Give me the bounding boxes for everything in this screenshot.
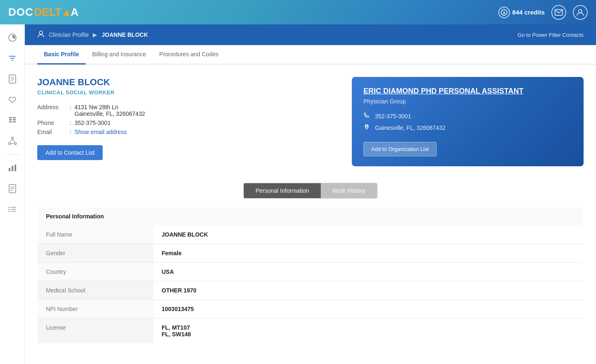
toggle-group: Personal Information Work History	[243, 183, 377, 199]
main-layout: Clinician Profile ▶ JOANNE BLOCK Go to P…	[0, 24, 596, 364]
table-row: Full NameJOANNE BLOCK	[38, 225, 584, 244]
sidebar-item-network[interactable]	[3, 132, 22, 150]
table-cell-value: FL, MT107FL, SW148	[154, 318, 584, 344]
table-cell-label: NPI Number	[38, 300, 154, 318]
phone-value: 352-375-3001	[74, 120, 111, 126]
svg-rect-14	[9, 121, 12, 122]
toggle-personal-info[interactable]: Personal Information	[244, 183, 320, 198]
svg-rect-13	[9, 119, 12, 120]
svg-rect-16	[13, 119, 16, 120]
svg-line-22	[12, 139, 15, 143]
top-header: DOC DELT A $ 844 credits	[0, 0, 596, 24]
address-label: Address	[37, 104, 66, 110]
sidebar-item-filter[interactable]	[3, 49, 22, 67]
org-phone-icon	[363, 112, 372, 120]
phone-label: Phone	[37, 120, 66, 126]
svg-point-18	[11, 137, 13, 139]
org-name[interactable]: ERIC DIAMOND PHD PERSONAL ASSISTANT	[363, 87, 572, 96]
email-value[interactable]: Show email address	[74, 129, 127, 135]
breadcrumb-bar: Clinician Profile ▶ JOANNE BLOCK Go to P…	[25, 24, 596, 45]
org-phone-value: 352-375-3001	[375, 113, 411, 120]
sidebar	[0, 24, 25, 364]
svg-line-21	[10, 139, 12, 143]
table-row: NPI Number1003013475	[38, 300, 584, 318]
table-row: CountryUSA	[38, 263, 584, 281]
power-filter-link[interactable]: Go to Power Filter Contacts	[517, 32, 584, 38]
logo-text: DOC	[8, 6, 34, 19]
table-row: LicenseFL, MT107FL, SW148	[38, 318, 584, 344]
table-cell-value: JOANNE BLOCK	[154, 225, 584, 244]
table-cell-value: OTHER 1970	[154, 281, 584, 300]
address-value: 4131 Nw 28th Ln Gainesville, FL, 3260674…	[74, 104, 145, 117]
personal-info-section: Personal Information Full NameJOANNE BLO…	[25, 207, 596, 356]
svg-rect-24	[9, 168, 10, 171]
email-separator: :	[66, 129, 74, 135]
table-cell-label: Medical School	[38, 281, 154, 300]
table-cell-label: Gender	[38, 244, 154, 263]
breadcrumb-current: JOANNE BLOCK	[101, 31, 148, 38]
add-contact-button[interactable]: Add to Contact List	[37, 145, 103, 160]
logo: DOC DELT A	[8, 6, 79, 19]
sidebar-item-analytics[interactable]	[3, 29, 22, 47]
tab-basic-profile[interactable]: Basic Profile	[37, 45, 86, 65]
org-location-row: Gainesville, FL, 326067432	[363, 124, 572, 132]
email-row: Email : Show email address	[37, 129, 339, 135]
svg-rect-15	[13, 117, 16, 118]
breadcrumb-left: Clinician Profile ▶ JOANNE BLOCK	[37, 30, 148, 40]
table-cell-label: Full Name	[38, 225, 154, 244]
tab-billing-insurance[interactable]: Billing and Insurance	[86, 45, 153, 65]
credits-badge: $ 844 credits	[498, 7, 545, 18]
breadcrumb-arrow-icon: ▶	[93, 31, 97, 38]
user-menu-button[interactable]	[573, 5, 588, 20]
breadcrumb-user-icon	[37, 30, 45, 40]
logo-triangle-icon	[63, 10, 70, 16]
address-row: Address : 4131 Nw 28th Ln Gainesville, F…	[37, 104, 339, 117]
add-organization-button[interactable]: Add to Organization List	[363, 142, 437, 156]
sidebar-item-favorites[interactable]	[3, 91, 22, 109]
messages-button[interactable]	[551, 5, 566, 20]
sidebar-item-doc[interactable]	[3, 180, 22, 198]
svg-point-35	[8, 209, 10, 210]
org-location-value: Gainesville, FL, 326067432	[375, 125, 445, 131]
email-label: Email	[37, 129, 66, 135]
table-cell-value: USA	[154, 263, 584, 281]
toggle-work-history[interactable]: Work History	[321, 183, 377, 198]
table-cell-label: License	[38, 318, 154, 344]
clinician-name: JOANNE BLOCK	[37, 77, 339, 88]
personal-info-table: Personal Information Full NameJOANNE BLO…	[37, 207, 584, 344]
tab-procedures-codes[interactable]: Procedures and Codes	[153, 45, 225, 65]
credits-label: 844 credits	[512, 9, 545, 16]
profile-details: Address : 4131 Nw 28th Ln Gainesville, F…	[37, 104, 339, 135]
clinician-title: CLINICAL SOCIAL WORKER	[37, 89, 339, 96]
address-separator: :	[66, 104, 74, 110]
org-card: ERIC DIAMOND PHD PERSONAL ASSISTANT Phys…	[352, 77, 584, 166]
svg-point-19	[8, 143, 10, 145]
svg-point-34	[8, 207, 10, 208]
svg-rect-17	[13, 121, 16, 122]
content-area: Clinician Profile ▶ JOANNE BLOCK Go to P…	[25, 24, 596, 364]
svg-point-36	[8, 211, 10, 212]
svg-point-39	[366, 125, 368, 127]
sidebar-item-list[interactable]	[3, 200, 22, 218]
phone-row: Phone : 352-375-3001	[37, 120, 339, 126]
table-row: Medical SchoolOTHER 1970	[38, 281, 584, 300]
sidebar-item-grid[interactable]	[3, 111, 22, 129]
tabs-bar: Basic Profile Billing and Insurance Proc…	[25, 45, 596, 65]
table-header: Personal Information	[38, 207, 584, 226]
org-details: 352-375-3001 Gainesville, FL, 326067432	[363, 112, 572, 132]
breadcrumb-link[interactable]: Clinician Profile	[49, 31, 89, 38]
svg-point-37	[39, 31, 43, 34]
credits-icon: $	[498, 7, 510, 18]
svg-rect-2	[555, 10, 562, 15]
profile-section: JOANNE BLOCK CLINICAL SOCIAL WORKER Addr…	[25, 65, 596, 175]
svg-rect-25	[12, 166, 13, 171]
logo-a: A	[71, 6, 79, 19]
svg-point-20	[14, 143, 16, 145]
table-row: GenderFemale	[38, 244, 584, 263]
header-right: $ 844 credits	[498, 5, 588, 20]
phone-separator: :	[66, 120, 74, 126]
table-cell-label: Country	[38, 263, 154, 281]
sidebar-item-bar-chart[interactable]	[3, 159, 22, 177]
sidebar-item-reports[interactable]	[3, 70, 22, 88]
table-cell-value: 1003013475	[154, 300, 584, 318]
